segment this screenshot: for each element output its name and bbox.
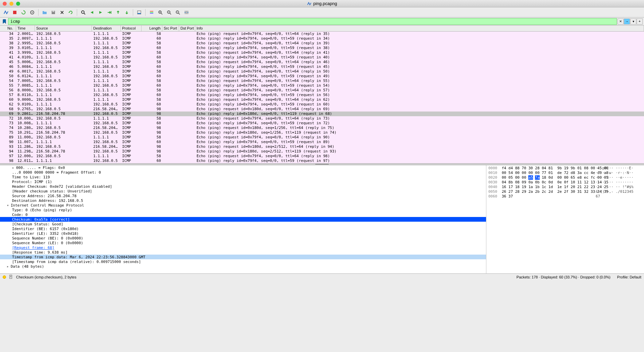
- hex-row[interactable]: 002000 05 00 00 a5 7a 18 0d 00 00 65 e8 …: [488, 175, 642, 180]
- column-destination[interactable]: Destination: [92, 26, 121, 31]
- save-file-button[interactable]: [49, 8, 57, 16]
- tree-item[interactable]: [Header checksum status: Unverified]: [0, 189, 486, 193]
- hex-row[interactable]: 0000f4 d4 88 70 30 28 04 81 9b 19 9b 01 …: [488, 166, 642, 171]
- expert-info-icon[interactable]: [3, 275, 6, 279]
- packet-row[interactable]: 413.9999…192.168.0.51.1.1.1ICMP58Echo (p…: [0, 50, 644, 55]
- capture-file-icon[interactable]: [9, 274, 13, 280]
- packet-row[interactable]: 9411.298…216.58.204.78192.168.0.5ICMP98E…: [0, 149, 644, 154]
- packet-row[interactable]: 8911.000…192.168.0.51.1.1.1ICMP58Echo (p…: [0, 135, 644, 140]
- filter-history-button[interactable]: ▾: [630, 18, 636, 25]
- column-source[interactable]: Source: [35, 26, 92, 31]
- tree-item[interactable]: Protocol: ICMP (1): [0, 179, 486, 184]
- packet-row[interactable]: 9712.000…192.168.0.51.1.1.1ICMP58Echo (p…: [0, 154, 644, 159]
- packet-row[interactable]: 465.0084…1.1.1.1192.168.0.5ICMP60Echo (p…: [0, 64, 644, 69]
- column-length[interactable]: Length: [142, 26, 162, 31]
- packet-row[interactable]: 7510.291…216.58.204.78192.168.0.5ICMP98E…: [0, 130, 644, 135]
- hex-row[interactable]: 004016 17 18 19 1a 1b 1c 1d 1e 1f 20 21 …: [488, 185, 642, 189]
- packet-row[interactable]: 352.0097…1.1.1.1192.168.0.5ICMP60Echo (p…: [0, 36, 644, 41]
- go-next-button[interactable]: [97, 8, 105, 16]
- tree-item[interactable]: Timestamp from icmp data: Mar 6, 2024 22…: [0, 255, 486, 259]
- packet-row[interactable]: 568.0000…192.168.0.51.1.1.1ICMP58Echo (p…: [0, 88, 644, 93]
- apply-filter-button[interactable]: →: [624, 18, 630, 25]
- tree-expand-icon[interactable]: ▾: [7, 203, 11, 208]
- column-src-port[interactable]: Src Port: [162, 26, 179, 31]
- column-protocol[interactable]: Protocol: [121, 26, 142, 31]
- close-window-button[interactable]: [3, 2, 7, 6]
- hex-row[interactable]: 001000 54 00 00 00 00 77 01 de 72 d8 3a …: [488, 171, 642, 175]
- packet-row[interactable]: 7310.008…1.1.1.1192.168.0.5ICMP60Echo (p…: [0, 121, 644, 126]
- packet-row[interactable]: 414.0109…1.1.1.1192.168.0.5ICMP60Echo (p…: [0, 55, 644, 60]
- packet-row[interactable]: 699.2861…216.58.204.78192.168.0.5ICMP98E…: [0, 112, 644, 116]
- tree-item[interactable]: ...0 0000 0000 0000 = Fragment Offset: 0: [0, 170, 486, 175]
- packet-row[interactable]: 547.0005…192.168.0.51.1.1.1ICMP58Echo (p…: [0, 79, 644, 83]
- packet-row[interactable]: 9011.007…1.1.1.1192.168.0.5ICMP60Echo (p…: [0, 140, 644, 144]
- tree-item[interactable]: Sequence Number (LE): 0 (0x0000): [0, 240, 486, 245]
- stop-capture-button[interactable]: [11, 8, 19, 16]
- column-no[interactable]: No.: [0, 26, 16, 31]
- reload-button[interactable]: [67, 8, 75, 16]
- tree-item[interactable]: Destination Address: 192.168.0.5: [0, 198, 486, 203]
- packet-row[interactable]: 7210.000…192.168.0.51.1.1.1ICMP58Echo (p…: [0, 116, 644, 121]
- maximize-window-button[interactable]: [16, 2, 20, 6]
- packet-row[interactable]: 382.9995…192.168.0.51.1.1.1ICMP58Echo (p…: [0, 41, 644, 46]
- packet-details-tree[interactable]: ▸000. .... = Flags: 0x0...0 0000 0000 00…: [0, 165, 486, 273]
- resize-columns-button[interactable]: [182, 8, 191, 16]
- tree-item[interactable]: [Response time: 9.638 ms]: [0, 250, 486, 255]
- packet-row[interactable]: 9311.286…192.168.0.5216.58.204…ICMP98Ech…: [0, 144, 644, 149]
- tree-item[interactable]: Code: 0: [0, 212, 486, 217]
- packet-row[interactable]: 689.2765…192.168.0.5216.58.204…ICMP98Ech…: [0, 107, 644, 112]
- tree-item[interactable]: ▸Data (48 bytes): [0, 264, 486, 269]
- zoom-reset-button[interactable]: 1: [174, 8, 182, 16]
- tree-item[interactable]: Header Checksum: 0xde72 [validation disa…: [0, 184, 486, 189]
- start-capture-button[interactable]: [2, 8, 10, 16]
- zoom-in-button[interactable]: [156, 8, 164, 16]
- tree-item[interactable]: Source Address: 216.58.204.78: [0, 193, 486, 198]
- tree-item[interactable]: Sequence Number (BE): 0 (0x0000): [0, 236, 486, 240]
- packet-bytes-hex[interactable]: 0000f4 d4 88 70 30 28 04 81 9b 19 9b 01 …: [486, 165, 644, 273]
- display-filter-input[interactable]: [8, 18, 617, 25]
- goto-packet-button[interactable]: [105, 8, 113, 16]
- tree-item[interactable]: Checksum: 0xa57a [correct]: [0, 217, 486, 222]
- tree-item[interactable]: Identifier (LE): 3352 (0x0d18): [0, 231, 486, 236]
- packet-row[interactable]: 9812.011…1.1.1.1192.168.0.5ICMP60Echo (p…: [0, 159, 644, 163]
- status-profile[interactable]: Profile: Default: [617, 275, 641, 279]
- packet-row[interactable]: 506.0124…1.1.1.1192.168.0.5ICMP60Echo (p…: [0, 74, 644, 79]
- zoom-out-button[interactable]: [165, 8, 173, 16]
- column-info[interactable]: Info: [195, 26, 644, 31]
- colorize-button[interactable]: [148, 8, 156, 16]
- packet-list[interactable]: 342.0001…192.168.0.51.1.1.1ICMP58Echo (p…: [0, 32, 644, 163]
- tree-expand-icon[interactable]: ▸: [7, 264, 11, 269]
- tree-item[interactable]: [Request frame: 68]: [0, 245, 486, 250]
- tree-item[interactable]: Identifier (BE): 6157 (0x180d): [0, 226, 486, 231]
- tree-item[interactable]: ▾Internet Control Message Protocol: [0, 203, 486, 208]
- restart-capture-button[interactable]: [19, 8, 28, 16]
- autoscroll-button[interactable]: [135, 8, 143, 16]
- tree-item[interactable]: Type: 0 (Echo (ping) reply): [0, 208, 486, 212]
- tree-expand-icon[interactable]: ▸: [12, 166, 16, 170]
- go-last-button[interactable]: [123, 8, 131, 16]
- packet-row[interactable]: 342.0001…192.168.0.51.1.1.1ICMP58Echo (p…: [0, 32, 644, 36]
- find-packet-button[interactable]: [79, 8, 87, 16]
- packet-row[interactable]: 578.0110…1.1.1.1192.168.0.5ICMP60Echo (p…: [0, 93, 644, 97]
- packet-row[interactable]: 557.0085…1.1.1.1192.168.0.5ICMP60Echo (p…: [0, 83, 644, 88]
- bookmark-filter-icon[interactable]: [1, 18, 7, 25]
- minimize-window-button[interactable]: [9, 2, 13, 6]
- column-time[interactable]: Time: [16, 26, 35, 31]
- packet-row[interactable]: 629.0109…1.1.1.1192.168.0.5ICMP60Echo (p…: [0, 102, 644, 107]
- close-file-button[interactable]: [58, 8, 66, 16]
- go-first-button[interactable]: [114, 8, 122, 16]
- capture-options-button[interactable]: [28, 8, 36, 16]
- add-filter-button[interactable]: +: [637, 18, 643, 25]
- tree-item[interactable]: Time to Live: 119: [0, 175, 486, 179]
- tree-item[interactable]: [Checksum Status: Good]: [0, 222, 486, 226]
- packet-row[interactable]: 393.0105…1.1.1.1192.168.0.5ICMP60Echo (p…: [0, 46, 644, 50]
- clear-filter-button[interactable]: ✕: [618, 18, 624, 25]
- tree-item[interactable]: [Timestamp from icmp data (relative): 0.…: [0, 259, 486, 264]
- hex-row[interactable]: 003004 8b 08 09 0a 0b 0c 0d 0e 0f 10 11 …: [488, 180, 642, 185]
- open-file-button[interactable]: [41, 8, 49, 16]
- packet-row[interactable]: 609.0000…192.168.0.51.1.1.1ICMP58Echo (p…: [0, 97, 644, 102]
- hex-row[interactable]: 006036 3767: [488, 194, 642, 199]
- column-dst-port[interactable]: Dst Port: [179, 26, 195, 31]
- packet-row[interactable]: 455.0006…192.168.0.51.1.1.1ICMP58Echo (p…: [0, 60, 644, 64]
- hex-row[interactable]: 005026 27 28 29 2a 2b 2c 2d 2e 2f 30 31 …: [488, 189, 642, 194]
